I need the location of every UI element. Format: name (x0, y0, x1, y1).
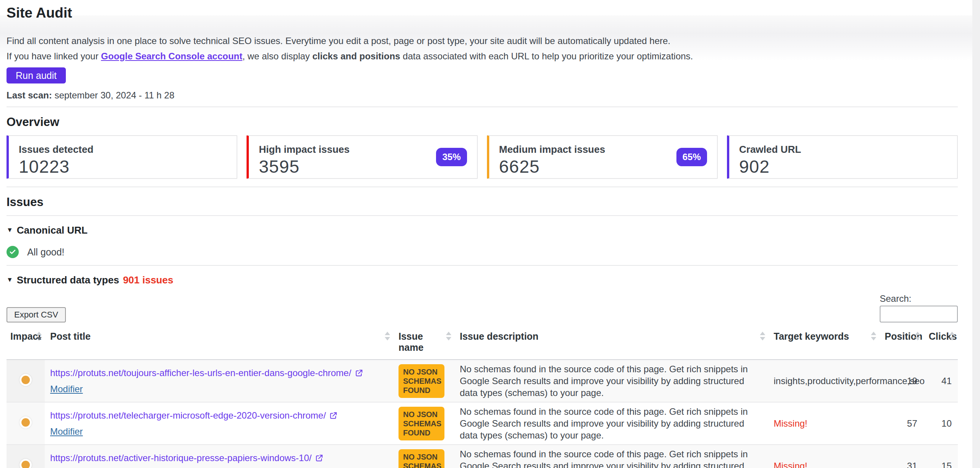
intro-2-bold: clicks and positions (312, 51, 400, 61)
divider (7, 265, 958, 266)
keywords-missing-label: Missing! (774, 418, 807, 429)
last-scan-value: september 30, 2024 - 11 h 28 (54, 90, 174, 100)
search-label: Search: (880, 293, 911, 304)
table-header-row: ImpactPost titleIssue nameIssue descript… (7, 331, 958, 360)
column-header-label: Issue name (399, 331, 423, 353)
column-header-clicks[interactable]: Clicks (923, 331, 958, 360)
structured-data-issue-count: 901 issues (123, 274, 173, 286)
intro-paragraph-1: Find all content analysis in one place t… (7, 35, 958, 47)
card-label: Crawled URL (739, 144, 947, 155)
column-header-issue-name[interactable]: Issue name (393, 331, 454, 360)
canonical-url-title: Canonical URL (17, 224, 88, 236)
sort-arrows-icon (871, 332, 876, 340)
column-header-impact[interactable]: Impact (7, 331, 45, 360)
clicks-cell: 41 (923, 360, 958, 402)
issue-name-badge: NO JSON SCHEMAS FOUND (399, 364, 444, 398)
card-value: 10223 (19, 157, 227, 177)
card-percent-badge: 65% (676, 148, 707, 166)
target-keywords-cell: insights,productivity,performance,seo (768, 360, 879, 402)
url-line: https://protuts.net/activer-historique-p… (50, 452, 388, 464)
column-header-target-keywords[interactable]: Target keywords (768, 331, 879, 360)
divider (7, 106, 958, 107)
post-url-link[interactable]: https://protuts.net/telecharger-microsof… (50, 410, 326, 421)
issue-name-badge: NO JSON SCHEMAS FOUND (399, 407, 444, 440)
url-line: https://protuts.net/telecharger-microsof… (50, 410, 388, 421)
column-header-label: Issue description (460, 331, 539, 342)
impact-dot-icon (20, 374, 32, 386)
issue-name-cell: NO JSON SCHEMAS FOUND (393, 445, 454, 468)
search-input[interactable] (880, 306, 958, 322)
structured-data-section-toggle[interactable]: ▼ Structured data types 901 issues (7, 274, 958, 286)
table-row: https://protuts.net/toujours-afficher-le… (7, 360, 958, 402)
issue-description-cell: No schemas found in the source code of t… (454, 445, 768, 468)
run-audit-button[interactable]: Run audit (7, 67, 66, 83)
post-title-cell: https://protuts.net/toujours-afficher-le… (45, 360, 393, 402)
card-percent-badge: 35% (436, 148, 467, 166)
url-line: https://protuts.net/toujours-afficher-le… (50, 367, 388, 379)
intro-paragraph-2: If you have linked your Google Search Co… (7, 51, 958, 62)
sort-arrows-icon (385, 332, 390, 340)
edit-post-link[interactable]: Modifier (50, 426, 83, 437)
target-keywords-cell: Missing! (768, 445, 879, 468)
sort-arrows-icon (36, 332, 42, 340)
edit-post-link[interactable]: Modifier (50, 383, 83, 395)
column-header-position[interactable]: Position (879, 331, 923, 360)
card-value: 902 (739, 157, 947, 177)
divider (7, 187, 958, 187)
sort-arrows-icon (446, 332, 451, 340)
issues-table: ImpactPost titleIssue nameIssue descript… (7, 331, 958, 468)
card-value: 6625 (499, 157, 707, 177)
issue-name-cell: NO JSON SCHEMAS FOUND (393, 360, 454, 402)
card-label: Issues detected (19, 144, 227, 155)
canonical-url-section-toggle[interactable]: ▼ Canonical URL (7, 224, 958, 236)
intro-2-suffix: data associated with each URL to help yo… (400, 51, 693, 61)
keywords-missing-label: Missing! (774, 461, 807, 468)
issues-heading: Issues (7, 195, 958, 209)
divider (7, 215, 958, 216)
export-csv-button[interactable]: Export CSV (7, 307, 66, 322)
overview-card: High impact issues359535% (247, 135, 477, 179)
card-label: Medium impact issues (499, 144, 707, 155)
external-link-icon (355, 369, 363, 377)
overview-cards: Issues detected10223High impact issues35… (7, 135, 958, 179)
collapse-triangle-icon: ▼ (7, 224, 13, 236)
search-wrap: Search: (880, 293, 958, 322)
post-title-cell: https://protuts.net/telecharger-microsof… (45, 402, 393, 445)
position-cell: 57 (879, 402, 923, 445)
impact-dot-icon (20, 416, 32, 429)
sort-arrows-icon (949, 332, 955, 340)
post-title-cell: https://protuts.net/activer-historique-p… (45, 445, 393, 468)
overview-card: Issues detected10223 (7, 135, 237, 179)
post-url-link[interactable]: https://protuts.net/toujours-afficher-le… (50, 367, 351, 379)
target-keywords-cell: Missing! (768, 402, 879, 445)
post-url-link[interactable]: https://protuts.net/activer-historique-p… (50, 452, 312, 464)
external-link-icon (315, 454, 323, 462)
card-value: 3595 (259, 157, 467, 177)
overview-card: Crawled URL902 (727, 135, 958, 179)
google-search-console-link[interactable]: Google Search Console account (101, 51, 242, 61)
last-scan: Last scan: september 30, 2024 - 11 h 28 (7, 90, 958, 101)
table-row: https://protuts.net/activer-historique-p… (7, 445, 958, 468)
issue-name-cell: NO JSON SCHEMAS FOUND (393, 402, 454, 445)
column-header-label: Target keywords (774, 331, 849, 342)
issue-description-cell: No schemas found in the source code of t… (454, 402, 768, 445)
table-body: https://protuts.net/toujours-afficher-le… (7, 360, 958, 468)
site-audit-page: Site Audit Find all content analysis in … (0, 0, 972, 468)
clicks-cell: 10 (923, 402, 958, 445)
sort-arrows-icon (915, 332, 920, 340)
position-cell: 31 (879, 445, 923, 468)
column-header-label: Post title (50, 331, 91, 342)
card-label: High impact issues (259, 144, 467, 155)
collapse-triangle-icon: ▼ (7, 274, 13, 286)
intro-2-mid: , we also display (242, 51, 312, 61)
overview-heading: Overview (7, 115, 958, 129)
overview-card: Medium impact issues662565% (487, 135, 718, 179)
issue-description-cell: No schemas found in the source code of t… (454, 360, 768, 402)
intro-2-prefix: If you have linked your (7, 51, 101, 61)
column-header-post-title[interactable]: Post title (45, 331, 393, 360)
intro: Find all content analysis in one place t… (7, 35, 958, 62)
structured-data-title: Structured data types (17, 274, 119, 286)
column-header-issue-description[interactable]: Issue description (454, 331, 768, 360)
table-toolbar: Export CSV Search: (7, 293, 958, 322)
issue-name-badge: NO JSON SCHEMAS FOUND (399, 449, 444, 468)
